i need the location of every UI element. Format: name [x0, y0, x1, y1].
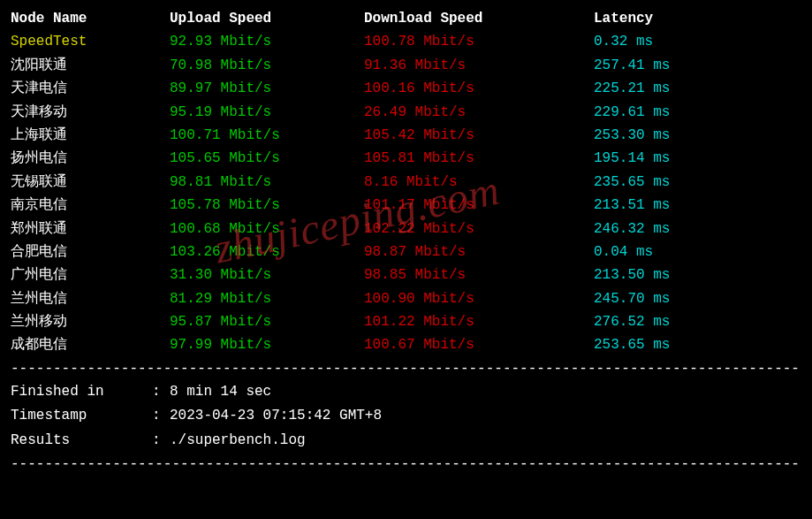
latency: 0.04 ms — [594, 240, 801, 263]
header-download: Download Speed — [364, 7, 594, 30]
latency: 245.70 ms — [594, 287, 801, 310]
timestamp-sep: : — [152, 404, 170, 428]
table-row: 兰州电信81.29 Mbit/s100.90 Mbit/s245.70 ms — [11, 287, 801, 310]
download-speed: 101.22 Mbit/s — [364, 310, 594, 333]
header-latency: Latency — [594, 7, 801, 30]
download-speed: 102.22 Mbit/s — [364, 218, 594, 240]
download-speed: 8.16 Mbit/s — [364, 171, 594, 194]
speedtest-download: 100.78 Mbit/s — [364, 30, 594, 53]
node-name: 南京电信 — [11, 194, 170, 217]
table-row: 南京电信105.78 Mbit/s101.17 Mbit/s213.51 ms — [11, 194, 801, 217]
download-speed: 91.36 Mbit/s — [364, 54, 594, 77]
table-row: 合肥电信103.26 Mbit/s98.87 Mbit/s0.04 ms — [11, 240, 801, 263]
node-name: 成都电信 — [11, 333, 170, 356]
header-upload: Upload Speed — [170, 7, 364, 30]
speedtest-row: SpeedTest 92.93 Mbit/s 100.78 Mbit/s 0.3… — [11, 30, 801, 53]
upload-speed: 105.78 Mbit/s — [170, 194, 364, 217]
footer-results-row: Results : ./superbench.log — [11, 429, 801, 453]
download-speed: 100.16 Mbit/s — [364, 77, 594, 100]
node-name: 无锡联通 — [11, 171, 170, 194]
latency: 229.61 ms — [594, 101, 801, 124]
footer-finished-row: Finished in : 8 min 14 sec — [11, 380, 801, 404]
table-row: 兰州移动95.87 Mbit/s101.22 Mbit/s276.52 ms — [11, 310, 801, 333]
latency: 213.51 ms — [594, 194, 801, 217]
download-speed: 26.49 Mbit/s — [364, 101, 594, 124]
node-name: 兰州电信 — [11, 287, 170, 310]
node-name: 广州电信 — [11, 263, 170, 286]
table-row: 沈阳联通70.98 Mbit/s91.36 Mbit/s257.41 ms — [11, 54, 801, 77]
node-name: 天津电信 — [11, 77, 170, 100]
table-row: 成都电信97.99 Mbit/s100.67 Mbit/s253.65 ms — [11, 333, 801, 356]
upload-speed: 95.87 Mbit/s — [170, 310, 364, 333]
finished-value: 8 min 14 sec — [170, 380, 801, 404]
node-name: 兰州移动 — [11, 310, 170, 333]
results-label: Results — [11, 429, 152, 453]
latency: 235.65 ms — [594, 171, 801, 194]
upload-speed: 103.26 Mbit/s — [170, 240, 364, 263]
download-speed: 100.90 Mbit/s — [364, 287, 594, 310]
download-speed: 100.67 Mbit/s — [364, 333, 594, 356]
results-sep: : — [152, 429, 170, 453]
upload-speed: 105.65 Mbit/s — [170, 147, 364, 170]
table-row: 天津电信89.97 Mbit/s100.16 Mbit/s225.21 ms — [11, 77, 801, 100]
speedtest-upload: 92.93 Mbit/s — [170, 30, 364, 53]
download-speed: 105.42 Mbit/s — [364, 124, 594, 147]
upload-speed: 31.30 Mbit/s — [170, 263, 364, 286]
latency: 253.30 ms — [594, 124, 801, 147]
download-speed: 98.87 Mbit/s — [364, 240, 594, 263]
header-node-name: Node Name — [11, 7, 170, 30]
upload-speed: 89.97 Mbit/s — [170, 77, 364, 100]
node-name: 上海联通 — [11, 124, 170, 147]
timestamp-value: 2023-04-23 07:15:42 GMT+8 — [170, 404, 801, 428]
node-name: 沈阳联通 — [11, 54, 170, 77]
download-speed: 105.81 Mbit/s — [364, 147, 594, 170]
upload-speed: 70.98 Mbit/s — [170, 54, 364, 77]
latency: 253.65 ms — [594, 333, 801, 356]
table-row: 郑州联通100.68 Mbit/s102.22 Mbit/s246.32 ms — [11, 218, 801, 240]
finished-sep: : — [152, 380, 170, 404]
table-row: 天津移动95.19 Mbit/s26.49 Mbit/s229.61 ms — [11, 101, 801, 124]
speedtest-name: SpeedTest — [11, 30, 170, 53]
latency: 246.32 ms — [594, 218, 801, 240]
divider-line: ----------------------------------------… — [11, 357, 801, 380]
upload-speed: 81.29 Mbit/s — [170, 287, 364, 310]
data-rows-container: 沈阳联通70.98 Mbit/s91.36 Mbit/s257.41 ms天津电… — [11, 54, 801, 357]
node-name: 郑州联通 — [11, 218, 170, 240]
table-row: 上海联通100.71 Mbit/s105.42 Mbit/s253.30 ms — [11, 124, 801, 147]
timestamp-label: Timestamp — [11, 404, 152, 428]
table-row: 广州电信31.30 Mbit/s98.85 Mbit/s213.50 ms — [11, 263, 801, 286]
node-name: 扬州电信 — [11, 147, 170, 170]
latency: 213.50 ms — [594, 263, 801, 286]
table-header-row: Node Name Upload Speed Download Speed La… — [11, 7, 801, 30]
table-row: 无锡联通98.81 Mbit/s8.16 Mbit/s235.65 ms — [11, 171, 801, 194]
node-name: 天津移动 — [11, 101, 170, 124]
download-speed: 98.85 Mbit/s — [364, 263, 594, 286]
download-speed: 101.17 Mbit/s — [364, 194, 594, 217]
latency: 276.52 ms — [594, 310, 801, 333]
upload-speed: 95.19 Mbit/s — [170, 101, 364, 124]
upload-speed: 97.99 Mbit/s — [170, 333, 364, 356]
upload-speed: 100.68 Mbit/s — [170, 218, 364, 240]
latency: 195.14 ms — [594, 147, 801, 170]
upload-speed: 100.71 Mbit/s — [170, 124, 364, 147]
latency: 225.21 ms — [594, 77, 801, 100]
upload-speed: 98.81 Mbit/s — [170, 171, 364, 194]
node-name: 合肥电信 — [11, 240, 170, 263]
table-row: 扬州电信105.65 Mbit/s105.81 Mbit/s195.14 ms — [11, 147, 801, 170]
finished-label: Finished in — [11, 380, 152, 404]
results-value: ./superbench.log — [170, 429, 801, 453]
divider-line-bottom: ----------------------------------------… — [11, 453, 801, 476]
latency: 257.41 ms — [594, 54, 801, 77]
speedtest-latency: 0.32 ms — [594, 30, 801, 53]
footer-timestamp-row: Timestamp : 2023-04-23 07:15:42 GMT+8 — [11, 404, 801, 428]
